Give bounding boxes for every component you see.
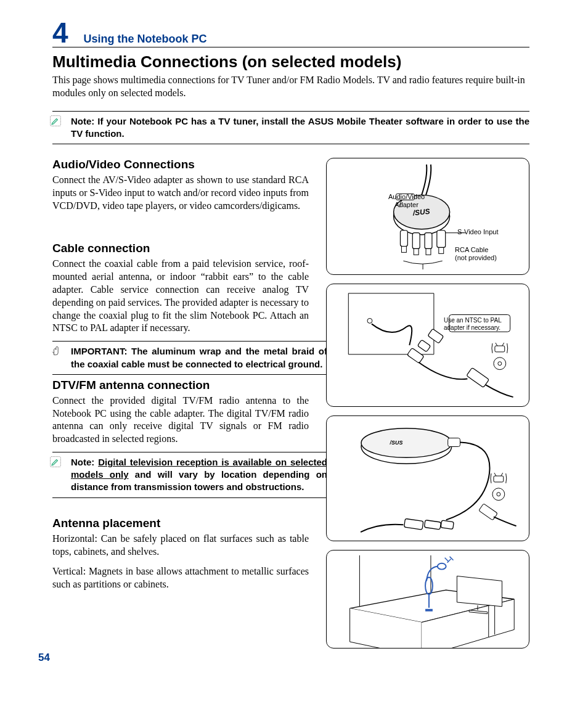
cable-body: Connect the coaxial cable from a paid te… bbox=[52, 258, 309, 335]
svg-rect-7 bbox=[412, 233, 420, 249]
important-icon bbox=[49, 345, 62, 359]
svg-rect-8 bbox=[425, 233, 432, 249]
note-icon bbox=[49, 115, 62, 129]
svg-rect-22 bbox=[495, 346, 505, 352]
svg-rect-11 bbox=[414, 249, 419, 255]
svg-text:/SUS: /SUS bbox=[390, 440, 403, 446]
svg-rect-10 bbox=[401, 247, 406, 253]
cable-important-text: IMPORTANT: The aluminum wrap and the met… bbox=[71, 345, 327, 370]
svg-point-17 bbox=[367, 319, 372, 324]
svg-rect-6 bbox=[400, 231, 407, 247]
top-note-block: Note: If your Notebook PC has a TV tuner… bbox=[52, 111, 529, 145]
cable-important-block: IMPORTANT: The aluminum wrap and the met… bbox=[52, 341, 327, 375]
svg-rect-9 bbox=[437, 231, 446, 248]
svg-rect-21 bbox=[467, 367, 489, 387]
svg-rect-19 bbox=[417, 340, 430, 352]
diagram-antenna-placement bbox=[326, 550, 529, 649]
top-note-text: Note: If your Notebook PC has a TV tuner… bbox=[71, 115, 529, 141]
svg-rect-34 bbox=[494, 476, 504, 482]
cable-heading: Cable connection bbox=[52, 242, 309, 255]
dtv-note-block: Note: Digital television reception is av… bbox=[52, 452, 327, 498]
svg-rect-31 bbox=[424, 520, 441, 530]
page-number: 54 bbox=[38, 652, 50, 664]
svg-point-45 bbox=[438, 563, 446, 570]
svg-point-23 bbox=[494, 358, 506, 370]
adapter-label: Audio/Video Adapter bbox=[388, 193, 425, 208]
rca-label: RCA Cable (not provided) bbox=[455, 246, 497, 261]
diagram-av-adapter: /SUS bbox=[326, 158, 529, 275]
diagram-cable-connection: Use an NTSC to PAL adapter if necessary. bbox=[326, 284, 529, 407]
antenna-heading: Antenna placement bbox=[52, 517, 309, 530]
svg-rect-29 bbox=[448, 438, 460, 447]
svg-point-27 bbox=[361, 428, 452, 458]
dtv-heading: DTV/FM antenna connection bbox=[52, 379, 309, 392]
antenna-body2: Vertical: Magnets in base allows attachm… bbox=[52, 565, 309, 591]
chapter-header: 4 Using the Notebook PC bbox=[52, 18, 529, 47]
av-heading: Audio/Video Connections bbox=[52, 158, 309, 171]
chapter-number: 4 bbox=[52, 18, 68, 47]
svideo-label: S-Video Input bbox=[457, 228, 498, 236]
svg-point-35 bbox=[492, 488, 505, 501]
svg-rect-32 bbox=[441, 520, 454, 530]
page-title: Multimedia Connections (on selected mode… bbox=[52, 52, 529, 72]
svg-point-24 bbox=[498, 362, 502, 366]
svg-rect-13 bbox=[439, 248, 444, 254]
ntsc-label: Use an NTSC to PAL adapter if necessary. bbox=[444, 317, 500, 331]
chapter-title: Using the Notebook PC bbox=[84, 33, 207, 46]
dtv-note-text: Note: Digital television reception is av… bbox=[71, 456, 327, 494]
svg-rect-30 bbox=[404, 518, 423, 530]
antenna-body1: Horizontal: Can be safely placed on flat… bbox=[52, 533, 309, 559]
av-body: Connect the AV/S-Video adapter as shown … bbox=[52, 174, 309, 212]
note-icon bbox=[49, 456, 62, 470]
svg-point-36 bbox=[497, 493, 500, 496]
svg-rect-18 bbox=[428, 329, 444, 343]
intro-text: This page shows multimedia connections f… bbox=[52, 74, 529, 100]
svg-rect-20 bbox=[407, 348, 423, 363]
svg-rect-12 bbox=[426, 249, 431, 255]
dtv-body: Connect the provided digital TV/FM radio… bbox=[52, 395, 309, 446]
diagram-dtv-antenna: /SUS bbox=[326, 415, 529, 541]
